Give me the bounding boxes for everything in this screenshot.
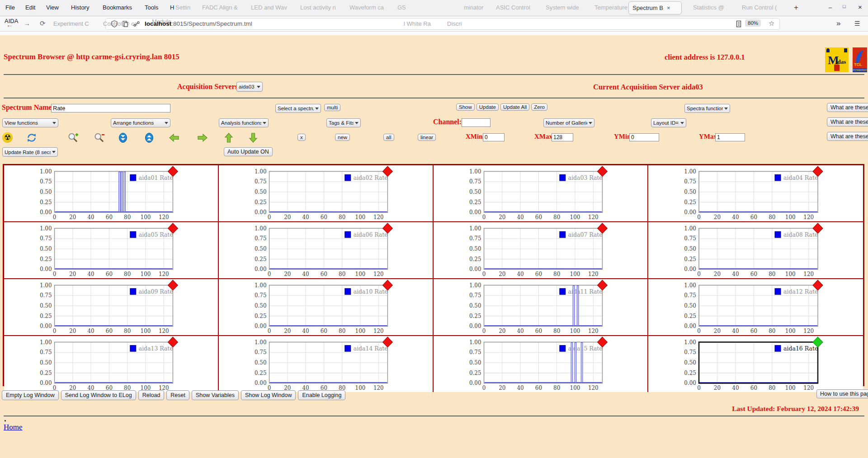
chart-cell-aida04[interactable]: aida04 Rate0.000.250.500.751.00020406080… [648,165,863,222]
reader-mode-icon[interactable] [735,20,742,28]
menu-item-file[interactable]: File [5,4,15,11]
forward-button[interactable]: → [24,19,30,27]
background-tab[interactable]: LED and Wav [251,4,287,11]
menu-item-edit[interactable]: Edit [25,4,35,11]
chart-cell-aida11[interactable]: aida11 Rate0.000.250.500.751.00020406080… [434,279,648,336]
spectrum-name-input[interactable] [51,104,170,112]
background-tab[interactable]: Settin [175,4,190,11]
window-close-button[interactable]: × [858,3,862,11]
page-permissions-icon[interactable] [122,20,129,28]
pan-left-icon[interactable] [169,132,179,143]
chart-cell-aida05[interactable]: aida05 Rate0.000.250.500.751.00020406080… [4,222,219,279]
background-tab[interactable]: GS [397,4,406,11]
window-maximize-button[interactable]: □ [843,4,846,9]
acquisition-server-select[interactable]: aida03 [236,82,263,92]
chart-cell-aida12[interactable]: aida12 Rate0.000.250.500.751.00020406080… [648,279,863,336]
update-rate-dropdown[interactable]: Update Rate (8 secs) [2,147,58,157]
linear-button[interactable]: linear [418,134,436,141]
layout-id-dropdown[interactable]: Layout ID=1 [651,118,686,127]
background-tab[interactable]: FADC Align & [202,4,238,11]
enable-logging-button[interactable]: Enable Logging [298,390,345,400]
what-are-these-button[interactable]: What are these? [827,103,868,112]
url-text[interactable]: localhost:8015/Spectrum/Spectrum.tml [145,20,252,27]
background-tab[interactable]: Run Control ( [742,4,777,11]
chart-cell-aida03[interactable]: aida03 Rate0.000.250.500.751.00020406080… [434,165,648,222]
menu-item-view[interactable]: View [46,4,59,11]
hamburger-menu-icon[interactable]: ☰ [854,20,860,27]
chart-cell-aida15[interactable]: aida15 Rate0.000.250.500.751.00020406080… [434,336,648,392]
pan-up-icon[interactable] [223,132,234,143]
chart-cell-aida02[interactable]: aida02 Rate0.000.250.500.751.00020406080… [219,165,434,222]
chart-cell-aida09[interactable]: aida09 Rate0.000.250.500.751.00020406080… [4,279,219,336]
pan-right-icon[interactable] [197,132,208,143]
window-minimize-button[interactable]: – [829,4,832,11]
refresh-icon[interactable] [26,132,37,143]
ymax-input[interactable] [715,133,745,141]
background-tab[interactable]: Lost activity n [300,4,336,11]
bookmark-star-icon[interactable]: ☆ [769,19,774,28]
background-tab[interactable]: ASIC Control [496,4,530,11]
reload-button[interactable]: Reload [138,390,165,400]
radiation-icon[interactable]: ☢ [2,132,13,143]
tab-spectrum-browser[interactable]: Spectrum B × [628,1,682,14]
new-button[interactable]: new [335,134,350,141]
chart-cell-aida10[interactable]: aida10 Rate0.000.250.500.751.00020406080… [219,279,434,336]
menu-item-tools[interactable]: Tools [145,4,158,11]
what-are-these-button[interactable]: What are these? [827,132,868,141]
chart-cell-aida13[interactable]: aida13 Rate0.000.250.500.751.00020406080… [4,336,219,392]
menu-item-h[interactable]: H [170,4,174,11]
empty-log-window-button[interactable]: Empty Log Window [2,390,59,400]
x-axis-button[interactable]: x [297,134,306,141]
menu-item-history[interactable]: History [71,4,89,11]
midas-logo[interactable]: M idas [825,47,849,72]
collapse-y-icon[interactable] [118,132,128,143]
show-log-window-button[interactable]: Show Log Window [241,390,296,400]
zero-button[interactable]: Zero [531,103,547,111]
background-tab[interactable]: Waveform ca [349,4,384,11]
what-are-these-button[interactable]: What are these? [827,117,868,126]
tags-fits-dropdown[interactable]: Tags & Fits [326,118,361,127]
spectra-functions-dropdown[interactable]: Spectra functions [684,104,730,113]
pan-down-icon[interactable] [248,132,259,143]
reload-button[interactable]: ⟳ [40,19,46,28]
zoom-out-icon[interactable] [94,132,105,143]
background-tab[interactable]: System wide [546,4,579,11]
auto-update-button[interactable]: Auto Update ON [224,147,273,156]
chart-cell-aida06[interactable]: aida06 Rate0.000.250.500.751.00020406080… [219,222,434,279]
chart-cell-aida14[interactable]: aida14 Rate0.000.250.500.751.00020406080… [219,336,434,392]
background-tab[interactable]: minator [464,4,483,11]
background-tab[interactable]: Statistics @ [693,4,724,11]
tab-close-icon[interactable]: × [667,5,670,11]
chart-cell-aida01[interactable]: aida01 Rate0.000.250.500.751.00020406080… [4,165,219,222]
send-log-window-to-elog-button[interactable]: Send Log Window to ELog [61,390,136,400]
new-tab-button[interactable]: + [794,3,798,12]
shield-icon[interactable] [111,20,118,28]
all-button[interactable]: all [383,134,394,141]
number-of-galleries-dropdown[interactable]: Number of Galleries [543,118,594,127]
zoom-in-icon[interactable] [68,132,79,143]
home-link[interactable]: Home [4,423,23,432]
update-button[interactable]: Update [476,103,499,111]
xmin-input[interactable] [483,133,505,141]
chart-cell-aida16[interactable]: aida16 Rate0.000.250.500.751.00020406080… [648,336,863,392]
expand-y-icon[interactable] [144,132,155,143]
select-spectrum-dropdown[interactable]: Select a spectrum [275,104,321,113]
container-tab-icon[interactable] [133,20,140,28]
arrange-functions-dropdown[interactable]: Arrange functions [111,118,170,127]
channel-input[interactable] [462,118,491,127]
view-functions-dropdown[interactable]: View functions [2,118,58,127]
ymin-input[interactable] [629,133,659,141]
chart-cell-aida07[interactable]: aida07 Rate0.000.250.500.751.00020406080… [434,222,648,279]
zoom-indicator[interactable]: 80% [745,19,761,27]
overflow-menu-icon[interactable]: » [836,19,840,28]
multi-button[interactable]: multi [324,104,340,111]
chart-cell-aida08[interactable]: aida08 Rate0.000.250.500.751.00020406080… [648,222,863,279]
analysis-functions-dropdown[interactable]: Analysis functions [219,118,269,127]
xmax-input[interactable] [552,133,573,141]
menu-item-bookmarks[interactable]: Bookmarks [103,4,132,11]
tcl-powered-logo[interactable]: TCL POWERED [853,47,867,72]
update-all-button[interactable]: Update All [500,103,529,111]
background-tab[interactable]: Temperature [594,4,627,11]
how-to-use-button[interactable]: How to use this page [816,389,868,398]
show-variables-button[interactable]: Show Variables [192,390,239,400]
